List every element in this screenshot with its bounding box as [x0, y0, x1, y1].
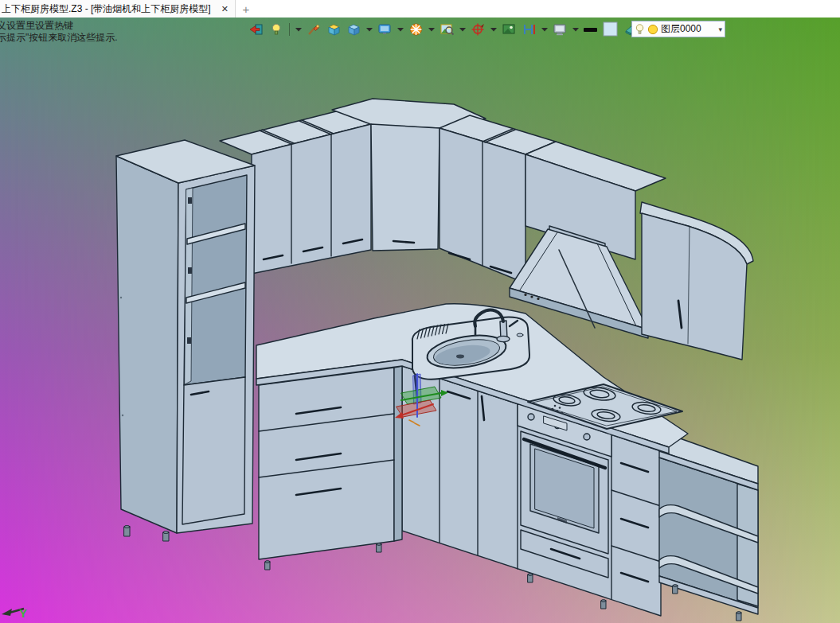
base-drawer-stack[interactable] — [259, 366, 402, 559]
tab-close-icon[interactable]: ✕ — [220, 4, 230, 14]
tab-bar: 上下柜厨房模型.Z3 - [带油烟机和上下柜厨房模型] ✕ + — [0, 0, 840, 18]
y-axis-label: Y — [19, 606, 27, 620]
document-tab[interactable]: 上下柜厨房模型.Z3 - [带油烟机和上下柜厨房模型] ✕ — [0, 0, 236, 18]
kitchen-3d-model[interactable] — [0, 18, 840, 623]
document-tab-title: 上下柜厨房模型.Z3 - [带油烟机和上下柜厨房模型] — [2, 2, 211, 16]
curved-wall-cabinet[interactable] — [640, 202, 753, 360]
zw3d-window: 上下柜厨房模型.Z3 - [带油烟机和上下柜厨房模型] ✕ + 义设置里设置热键… — [0, 0, 840, 623]
y-axis-indicator: Y — [0, 601, 48, 621]
tall-cabinet[interactable] — [116, 140, 255, 533]
new-tab-button[interactable]: + — [236, 0, 256, 18]
viewport-3d[interactable]: 义设置里设置热键示提示"按钮来取消这些提示. — [0, 18, 840, 623]
